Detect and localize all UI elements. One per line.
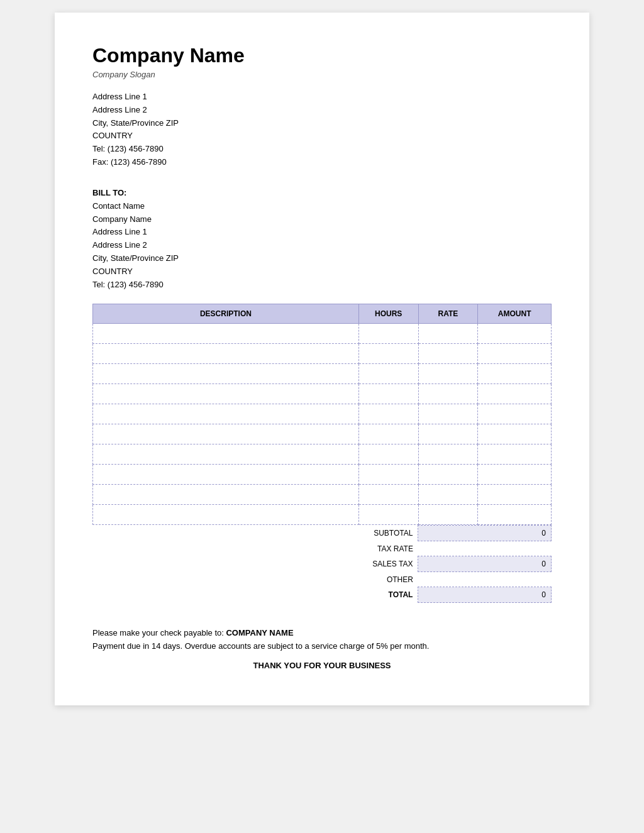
row-description xyxy=(93,505,359,525)
total-row: TOTAL 0 xyxy=(92,587,552,603)
address-line1: Address Line 1 xyxy=(92,91,552,104)
row-amount xyxy=(478,344,552,364)
company-header: Company Name Company Slogan xyxy=(92,44,552,79)
bill-tel: Tel: (123) 456-7890 xyxy=(92,279,552,292)
payment-terms: Payment due in 14 days. Overdue accounts… xyxy=(92,641,552,651)
row-amount xyxy=(478,324,552,344)
bill-to-info: Contact Name Company Name Address Line 1… xyxy=(92,200,552,292)
company-slogan: Company Slogan xyxy=(92,70,552,79)
totals-table: SUBTOTAL 0 TAX RATE SALES TAX 0 OTHER TO… xyxy=(92,525,552,603)
city-state-zip: City, State/Province ZIP xyxy=(92,117,552,130)
row-rate xyxy=(418,404,478,424)
row-description xyxy=(93,465,359,485)
row-hours xyxy=(358,404,418,424)
row-hours xyxy=(358,505,418,525)
fax: Fax: (123) 456-7890 xyxy=(92,156,552,169)
total-label: TOTAL xyxy=(92,587,418,603)
subtotal-label: SUBTOTAL xyxy=(92,526,418,541)
other-value xyxy=(418,572,552,587)
subtotal-value: 0 xyxy=(418,526,552,541)
country: COUNTRY xyxy=(92,130,552,143)
row-rate xyxy=(418,465,478,485)
tax-rate-value xyxy=(418,541,552,556)
row-hours xyxy=(358,424,418,444)
row-description xyxy=(93,384,359,404)
row-rate xyxy=(418,324,478,344)
company-address: Address Line 1 Address Line 2 City, Stat… xyxy=(92,91,552,169)
table-row xyxy=(93,505,552,525)
row-rate xyxy=(418,384,478,404)
header-description: DESCRIPTION xyxy=(93,304,359,324)
bill-city-state-zip: City, State/Province ZIP xyxy=(92,252,552,265)
payment-line: Please make your check payable to: COMPA… xyxy=(92,628,552,637)
row-amount xyxy=(478,424,552,444)
tax-rate-label: TAX RATE xyxy=(92,541,418,556)
invoice-table: DESCRIPTION HOURS RATE AMOUNT xyxy=(92,304,552,525)
row-hours xyxy=(358,444,418,465)
row-rate xyxy=(418,444,478,465)
total-value: 0 xyxy=(418,587,552,603)
header-rate: RATE xyxy=(418,304,478,324)
row-amount xyxy=(478,364,552,384)
table-row xyxy=(93,344,552,364)
row-description xyxy=(93,485,359,505)
row-description xyxy=(93,344,359,364)
bill-to-label: BILL TO: xyxy=(92,188,552,197)
row-amount xyxy=(478,404,552,424)
row-amount xyxy=(478,505,552,525)
bill-contact-name: Contact Name xyxy=(92,200,552,213)
footer-section: Please make your check payable to: COMPA… xyxy=(92,628,552,670)
table-row xyxy=(93,384,552,404)
address-line2: Address Line 2 xyxy=(92,104,552,117)
sales-tax-row: SALES TAX 0 xyxy=(92,556,552,572)
row-amount xyxy=(478,444,552,465)
row-description xyxy=(93,364,359,384)
row-rate xyxy=(418,364,478,384)
tax-rate-row: TAX RATE xyxy=(92,541,552,556)
row-description xyxy=(93,424,359,444)
bill-address-line1: Address Line 1 xyxy=(92,226,552,239)
row-rate xyxy=(418,485,478,505)
bill-address-line2: Address Line 2 xyxy=(92,239,552,252)
table-row xyxy=(93,404,552,424)
row-hours xyxy=(358,465,418,485)
other-row: OTHER xyxy=(92,572,552,587)
subtotal-row: SUBTOTAL 0 xyxy=(92,526,552,541)
row-rate xyxy=(418,344,478,364)
row-hours xyxy=(358,384,418,404)
sales-tax-value: 0 xyxy=(418,556,552,572)
thank-you: THANK YOU FOR YOUR BUSINESS xyxy=(92,661,552,670)
table-row xyxy=(93,324,552,344)
bill-to-section: BILL TO: Contact Name Company Name Addre… xyxy=(92,188,552,292)
header-amount: AMOUNT xyxy=(478,304,552,324)
tel: Tel: (123) 456-7890 xyxy=(92,143,552,156)
table-row xyxy=(93,485,552,505)
row-description xyxy=(93,444,359,465)
row-hours xyxy=(358,324,418,344)
table-row xyxy=(93,364,552,384)
invoice-page: Company Name Company Slogan Address Line… xyxy=(55,13,589,705)
row-description xyxy=(93,324,359,344)
row-rate xyxy=(418,505,478,525)
payment-text-1: Please make your check payable to: xyxy=(92,628,224,637)
sales-tax-label: SALES TAX xyxy=(92,556,418,572)
row-hours xyxy=(358,364,418,384)
row-rate xyxy=(418,424,478,444)
bill-country: COUNTRY xyxy=(92,265,552,279)
other-label: OTHER xyxy=(92,572,418,587)
row-amount xyxy=(478,485,552,505)
payment-company: COMPANY NAME xyxy=(226,628,293,637)
table-row xyxy=(93,424,552,444)
table-row xyxy=(93,465,552,485)
company-name: Company Name xyxy=(92,44,552,67)
row-amount xyxy=(478,465,552,485)
bill-company-name: Company Name xyxy=(92,213,552,226)
row-hours xyxy=(358,344,418,364)
table-row xyxy=(93,444,552,465)
header-hours: HOURS xyxy=(358,304,418,324)
row-amount xyxy=(478,384,552,404)
row-description xyxy=(93,404,359,424)
row-hours xyxy=(358,485,418,505)
